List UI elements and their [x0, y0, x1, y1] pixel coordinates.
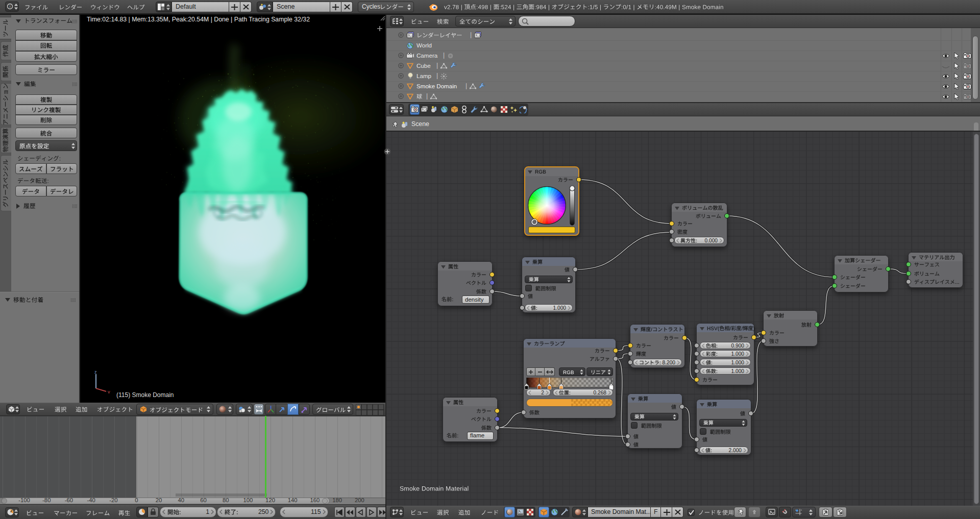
svg-text:z: z [94, 370, 97, 375]
svg-text:y: y [108, 389, 110, 393]
svg-text:i: i [9, 4, 11, 9]
